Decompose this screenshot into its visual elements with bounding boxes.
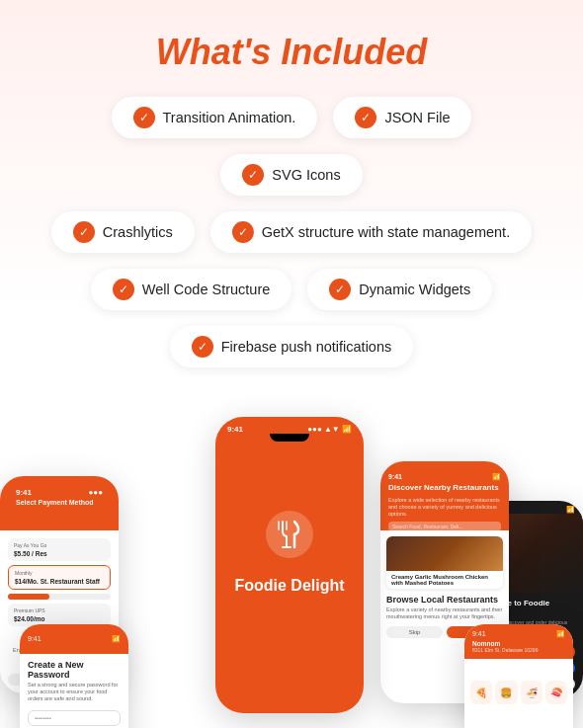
browse-sub: Explore a variety of nearby restaurants … (386, 607, 503, 620)
features-row-1: ✓ Transition Animation. ✓ JSON File ✓ SV… (40, 97, 543, 196)
features-row-3: ✓ Well Code Structure ✓ Dynamic Widgets (91, 269, 492, 310)
check-icon: ✓ (73, 221, 95, 243)
progress-bar (8, 594, 111, 600)
feature-code-label: Well Code Structure (142, 282, 270, 297)
feature-dynamic: ✓ Dynamic Widgets (307, 269, 492, 310)
restaurant-name: Creamy Garlic Mushroom Chicken with Mash… (386, 571, 503, 589)
right-phone-time: 9:41 (388, 473, 402, 481)
br-categories: 🍕 🍔 🍜 🍣 (470, 681, 567, 704)
check-icon: ✓ (329, 279, 351, 300)
password-field-1[interactable]: •••••••• (28, 710, 121, 726)
feature-json: ✓ JSON File (333, 97, 471, 138)
payment-option-3: Premium UPS $24.00/mo (8, 604, 111, 626)
feature-svg: ✓ SVG Icons (220, 154, 362, 196)
br-signal: 📶 (556, 630, 565, 638)
center-phone-content: Foodie Delight (215, 442, 364, 659)
payment-option-2: Monthly $14/Mo. St. Restaurant Staff (8, 565, 111, 590)
right-signal: 📶 (492, 473, 501, 481)
browse-title: Browse Local Restaurants (386, 595, 503, 605)
check-icon: ✓ (232, 221, 254, 243)
far-right-signal: 📶 (566, 506, 575, 514)
br-username: Nomnom (472, 640, 565, 647)
phone-time: 9:41 (16, 488, 32, 497)
payment-content: Pay As You Go $5.50 / Res Monthly $14/Mo… (0, 530, 119, 638)
food-img (386, 536, 503, 571)
feature-transition-label: Transition Animation. (163, 110, 296, 125)
payment-header-title: Select Payment Method (8, 497, 111, 508)
phone-main: 9:41 ●●● ▲▼ 📶 Foodie Delight (215, 417, 364, 713)
app-name: Foodie Delight (234, 576, 344, 595)
phone-payment-header: 9:41 ●●● Select Payment Method (0, 476, 119, 530)
restaurant-image (386, 536, 503, 571)
page-title: What's Included (20, 32, 563, 73)
features-grid: ✓ Transition Animation. ✓ JSON File ✓ SV… (0, 97, 583, 387)
br-content: Search Food, Restaurant, Deli... 🍕 🍔 🍜 🍣 (464, 659, 573, 708)
br-search[interactable]: Search Food, Restaurant, Deli... (470, 666, 567, 676)
center-phone-time: 9:41 (227, 425, 243, 434)
feature-getx-label: GetX structure with state management. (262, 224, 510, 240)
header-section: What's Included (0, 0, 583, 97)
status-bar: 9:41 ●●● ▲▼ 📶 (215, 417, 364, 434)
feature-transition: ✓ Transition Animation. (112, 97, 318, 138)
check-icon: ✓ (355, 107, 376, 128)
br-location: 8311 Elm St, Delaware 10299 (472, 647, 565, 653)
category-3[interactable]: 🍜 (521, 681, 542, 704)
password-fields: •••••••• •••••••• (28, 710, 121, 728)
phones-showcase: 9:41 ●●● Select Payment Method Pay As Yo… (0, 397, 583, 728)
check-icon: ✓ (133, 107, 155, 128)
feature-crashlytics-label: Crashlytics (103, 224, 173, 240)
br-time: 9:41 (472, 630, 486, 638)
features-row-2: ✓ Crashlytics ✓ GetX structure with stat… (51, 211, 532, 253)
password-sub: Set a strong and secure password for you… (28, 682, 121, 702)
phone-signal: ●●● (89, 488, 104, 497)
password-header: 9:41 📶 (20, 624, 128, 654)
phone-bottom-right: 9:41 📶 Nomnom 8311 Elm St, Delaware 1029… (464, 624, 573, 728)
restaurants-header: 9:41 📶 Discover Nearby Restaurants Explo… (380, 461, 509, 530)
br-header: 9:41 📶 Nomnom 8311 Elm St, Delaware 1029… (464, 624, 573, 659)
feature-crashlytics: ✓ Crashlytics (51, 211, 195, 253)
feature-code: ✓ Well Code Structure (91, 269, 292, 310)
category-4[interactable]: 🍣 (545, 681, 567, 704)
feature-firebase: ✓ Firebase push notifications (170, 326, 414, 367)
feature-dynamic-label: Dynamic Widgets (359, 282, 470, 297)
right-status-bar: 9:41 📶 (388, 469, 501, 483)
password-status: 9:41 📶 (28, 635, 121, 643)
password-content: Create a New Password Set a strong and s… (20, 654, 128, 728)
feature-json-label: JSON File (384, 110, 450, 125)
category-2[interactable]: 🍔 (495, 681, 517, 704)
password-title: Create a New Password (28, 660, 121, 680)
feature-svg-label: SVG Icons (272, 167, 340, 183)
progress-fill (8, 594, 49, 600)
password-time: 9:41 (28, 635, 42, 643)
phone-notch (270, 434, 309, 442)
svg-point-0 (266, 511, 313, 558)
feature-firebase-label: Firebase push notifications (221, 339, 392, 355)
discover-title: Discover Nearby Restaurants (388, 483, 501, 493)
password-signal: 📶 (112, 635, 121, 643)
search-bar[interactable]: Search Food, Restaurant, Deli... (388, 522, 501, 531)
check-icon: ✓ (192, 336, 213, 358)
category-1[interactable]: 🍕 (470, 681, 492, 704)
app-icon (260, 505, 319, 564)
discover-sub: Explore a wide selection of nearby resta… (388, 497, 501, 518)
phone-password: 9:41 📶 Create a New Password Set a stron… (20, 624, 128, 728)
restaurant-card: Creamy Garlic Mushroom Chicken with Mash… (386, 536, 503, 589)
br-status: 9:41 📶 (472, 630, 565, 638)
skip-button-right[interactable]: Skip (386, 626, 443, 638)
features-row-4: ✓ Firebase push notifications (170, 326, 414, 367)
payment-option-1: Pay As You Go $5.50 / Res (8, 538, 111, 561)
center-phone-signal: ●●● ▲▼ 📶 (307, 425, 352, 434)
feature-getx: ✓ GetX structure with state management. (210, 211, 532, 253)
check-icon: ✓ (113, 279, 134, 300)
check-icon: ✓ (242, 164, 264, 186)
